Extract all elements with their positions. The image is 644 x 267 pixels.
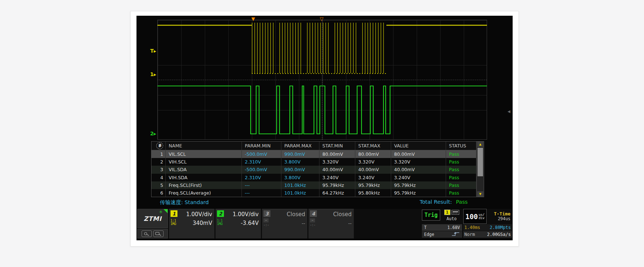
ch4-probe: -:-	[310, 223, 315, 227]
col-status: STATUS	[446, 142, 476, 150]
ch2-offset: -3.64V	[241, 219, 259, 227]
trigger-timebase-panel: Trig 1 Auto T 1.68V	[422, 209, 512, 238]
drag-icon[interactable]	[153, 230, 164, 237]
col-name: NAME	[166, 142, 242, 150]
ch1-offset: 340mV	[192, 219, 212, 227]
channel4-tile[interactable]: 4 – -:- Closed --	[308, 209, 354, 238]
col-param-max: PARAM.MAX	[281, 142, 319, 150]
ch1-scale: 1.00V/div	[186, 210, 212, 218]
scroll-down-icon[interactable]: ▼	[477, 191, 483, 197]
trigger-source-badge: 1	[444, 210, 450, 215]
table-row[interactable]: 3VIL.SDA -500.0mV990.0mV 40.00mV40.00mV …	[151, 166, 484, 173]
waveform-display[interactable]: T▶ 1▶ 2▶ ▼ ▽	[136, 16, 513, 141]
record-row: 1.40ms 2.80Mpts	[463, 224, 512, 231]
ch4-badge: 4	[310, 210, 317, 217]
ch2-scale: 1.00V/div	[233, 210, 259, 218]
trigger-position-marker-icon[interactable]: ▽	[320, 16, 323, 21]
total-result-label: Total Result:	[420, 199, 452, 205]
summary-row: 传输速度: Standard Total Result: Pass	[136, 198, 513, 208]
sample-rate: 2.00GSa/s	[487, 232, 511, 237]
trigger-level-row[interactable]: T 1.68V	[422, 224, 462, 231]
table-row[interactable]: 1VIL.SCL -500.0mV990.0mV 80.00mV80.00mV …	[151, 150, 484, 158]
col-stat-max: STAT.MAX	[355, 142, 391, 150]
brand-text: ZTMI	[143, 215, 161, 222]
t-time-readout: T-Time 294us	[487, 209, 512, 224]
ch2-badge: 2	[217, 210, 224, 217]
trigger-button[interactable]: Trig	[422, 210, 440, 221]
scroll-up-icon[interactable]: ▲	[477, 142, 483, 147]
table-scrollbar[interactable]: ▲ ▼	[476, 142, 484, 197]
trigger-source-group[interactable]: 1 Auto	[441, 209, 462, 224]
table-row[interactable]: 6Freq.SCL(Average) ---101.0kHz 64.27kHz9…	[151, 189, 484, 197]
ch3-probe: -:-	[263, 223, 269, 227]
ch1-probe: 1:11MΩ	[171, 219, 176, 226]
bus-icon[interactable]: B	[156, 142, 164, 150]
registered-mark: ®	[159, 210, 162, 214]
ch3-state: Closed	[287, 210, 305, 218]
trigger-level-marker[interactable]: T▶	[142, 48, 156, 54]
col-param-min: PARAM.MIN	[242, 142, 281, 150]
ch3-coupling-icon: –	[263, 218, 269, 222]
table-row[interactable]: 4VIH.SDA 2.310V3.800V 3.240V3.240V 3.240…	[151, 174, 484, 181]
col-stat-min: STAT.MIN	[319, 142, 355, 150]
status-bar-spacer	[355, 209, 421, 238]
ch4-coupling-icon: –	[310, 218, 315, 222]
touch-icon[interactable]	[142, 230, 152, 237]
table-header-row: B NAME PARAM.MIN PARAM.MAX STAT.MIN STAT…	[151, 142, 484, 150]
trigger-type-row[interactable]: Edge	[422, 231, 462, 238]
scrollbar-thumb[interactable]	[478, 148, 483, 176]
ch1-badge: 1	[171, 210, 177, 217]
memory-depth: 2.80Mpts	[490, 225, 511, 230]
oscilloscope-screen: T▶ 1▶ 2▶ ▼ ▽ B NAME PARAM.MIN PARAM.MAX …	[136, 16, 513, 240]
ch1-ground-marker[interactable]: 1▶	[142, 71, 156, 78]
table-row[interactable]: 2VIH.SCL 2.310V3.800V 3.320V3.320V 3.320…	[151, 158, 484, 166]
rising-edge-icon	[451, 232, 460, 237]
bus-icon-cell: B	[151, 142, 166, 150]
timebase-button[interactable]: 100 us/div	[463, 209, 487, 224]
acq-mode: Norm	[464, 232, 475, 237]
ch4-state: Closed	[333, 210, 352, 218]
status-bar: ZTMI ® 1	[137, 209, 512, 238]
ch4-offset: --	[348, 221, 352, 226]
channel3-tile[interactable]: 3 – -:- Closed --	[262, 209, 307, 238]
col-value: VALUE	[391, 142, 446, 150]
ch2-probe: 1:11MΩ	[217, 219, 222, 226]
channel2-tile[interactable]: 2 1:11MΩ 1.00V/div -3.64V	[216, 209, 261, 238]
ch3-offset: --	[302, 221, 305, 226]
trigger-event-marker-icon[interactable]: ▼	[251, 16, 255, 21]
time-window: 1.40ms	[464, 225, 480, 230]
trigger-coupling-icon	[452, 210, 459, 215]
desktop-background: T▶ 1▶ 2▶ ▼ ▽ B NAME PARAM.MIN PARAM.MAX …	[0, 0, 644, 267]
transfer-speed[interactable]: 传输速度: Standard	[160, 199, 209, 206]
gesture-icon-group	[137, 229, 168, 238]
measurement-table: B NAME PARAM.MIN PARAM.MAX STAT.MIN STAT…	[151, 141, 484, 197]
screenshot-card: T▶ 1▶ 2▶ ▼ ▽ B NAME PARAM.MIN PARAM.MAX …	[130, 11, 519, 247]
menu-collapse-handle[interactable]: ◀	[508, 109, 510, 113]
channel1-tile[interactable]: 1 1:11MΩ 1.00V/div 340mV	[169, 209, 214, 238]
brand-tile: ZTMI ®	[137, 209, 168, 238]
waveform-traces	[157, 20, 487, 140]
table-row[interactable]: 5Freq.SCL(First) ---101.0kHz 95.79kHz95.…	[151, 181, 484, 189]
trigger-mode: Auto	[446, 216, 457, 221]
ch3-badge: 3	[263, 210, 270, 217]
corner-flag	[164, 209, 168, 213]
brand-logo: ZTMI ®	[137, 209, 168, 228]
ch2-ground-marker[interactable]: 2▶	[142, 131, 156, 137]
acquisition-row: Norm 2.00GSa/s	[463, 231, 512, 238]
total-result-value: Pass	[456, 199, 468, 205]
